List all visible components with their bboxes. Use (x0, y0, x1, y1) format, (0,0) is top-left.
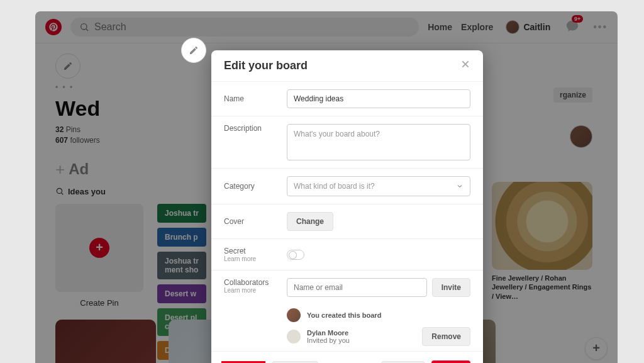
category-label: Category (224, 182, 277, 191)
remove-collaborator-button[interactable]: Remove (422, 327, 470, 346)
archive-button[interactable]: Archive (272, 361, 318, 364)
description-input[interactable]: What's your board about? (287, 124, 470, 160)
avatar (287, 308, 301, 322)
name-label: Name (224, 94, 277, 103)
save-button[interactable]: Save (431, 360, 470, 363)
change-cover-button[interactable]: Change (287, 212, 333, 231)
collaborator-row: You created this board (287, 308, 470, 322)
collaborator-row: Dylan Moore Invited by you Remove (287, 327, 470, 346)
description-label: Description (224, 124, 277, 133)
chevron-down-icon (456, 182, 464, 190)
pencil-icon (189, 45, 199, 55)
collaborator-input[interactable] (287, 278, 427, 297)
secret-label: Secret Learn more (224, 247, 277, 262)
avatar (287, 330, 301, 343)
close-button[interactable] (460, 59, 470, 72)
collaborators-label: Collaborators Learn more (224, 278, 277, 294)
cancel-button[interactable]: Cancel (381, 361, 425, 364)
name-input[interactable] (287, 89, 470, 108)
collab-name: Dylan Moore (307, 329, 350, 337)
collab-you-created: You created this board (307, 311, 381, 319)
invite-button[interactable]: Invite (432, 278, 470, 297)
edit-board-modal: Edit your board Name Description What's … (211, 50, 483, 363)
modal-edit-icon-circle (181, 38, 206, 63)
close-icon (460, 59, 470, 69)
delete-button[interactable]: Delete (224, 361, 265, 364)
category-select[interactable]: What kind of board is it? (287, 176, 470, 196)
collab-subtext: Invited by you (307, 337, 350, 344)
secret-toggle[interactable] (287, 250, 304, 260)
modal-title: Edit your board (224, 59, 308, 72)
cover-label: Cover (224, 217, 277, 226)
